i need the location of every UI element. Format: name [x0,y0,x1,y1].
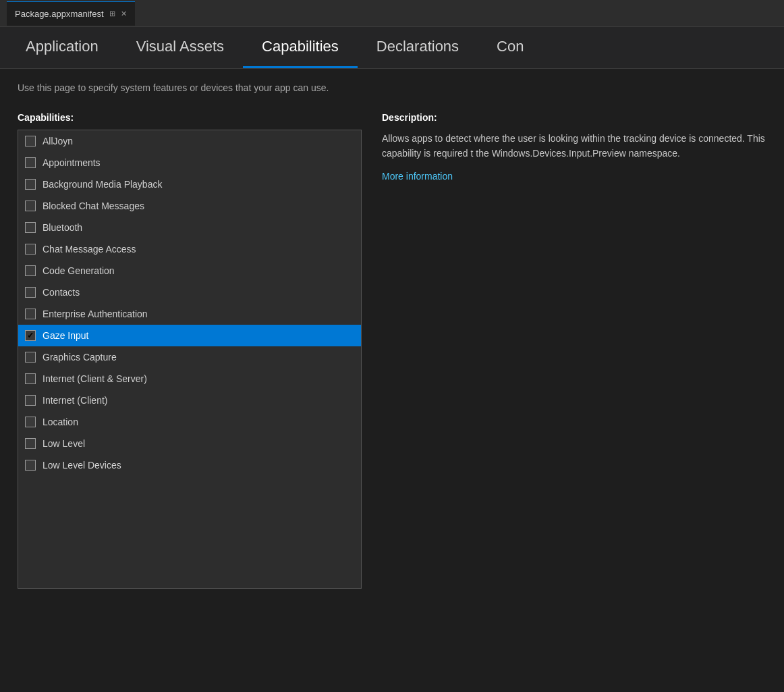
capability-label-code-generation: Code Generation [43,265,115,276]
close-icon[interactable]: ✕ [121,9,127,18]
capability-checkbox-gaze-input[interactable] [25,330,36,341]
capability-label-location: Location [43,417,78,427]
capabilities-title: Capabilities: [18,112,362,123]
capability-label-chat-message-access: Chat Message Access [43,244,136,255]
capabilities-list[interactable]: AllJoynAppointmentsBackground Media Play… [18,130,361,588]
capability-item-low-level-devices[interactable]: Low Level Devices [18,454,361,476]
capability-checkbox-chat-message-access[interactable] [25,244,36,255]
tab-declarations[interactable]: Declarations [358,27,478,68]
capability-checkbox-code-generation[interactable] [25,265,36,276]
pin-icon[interactable]: ⊞ [109,9,115,18]
left-column: Capabilities: AllJoynAppointmentsBackgro… [18,112,362,589]
capability-label-background-media-playback: Background Media Playback [43,179,162,190]
tab-visual-assets[interactable]: Visual Assets [117,27,243,68]
capability-checkbox-background-media-playback[interactable] [25,179,36,190]
capability-checkbox-graphics-capture[interactable] [25,352,36,363]
capability-label-alljoyn: AllJoyn [43,136,73,147]
tab-application[interactable]: Application [7,27,117,68]
capability-checkbox-low-level-devices[interactable] [25,460,36,471]
right-column: Description: Allows apps to detect where… [382,112,766,182]
capability-item-gaze-input[interactable]: Gaze Input [18,325,361,346]
capability-label-appointments: Appointments [43,157,101,168]
capability-checkbox-alljoyn[interactable] [25,136,36,147]
capability-item-enterprise-authentication[interactable]: Enterprise Authentication [18,303,361,325]
tab-con[interactable]: Con [478,27,542,68]
page-content: Use this page to specify system features… [0,69,784,602]
title-bar-tab[interactable]: Package.appxmanifest ⊞ ✕ [7,1,135,26]
description-text: Allows apps to detect where the user is … [382,131,766,161]
capability-item-bluetooth[interactable]: Bluetooth [18,217,361,238]
title-bar: Package.appxmanifest ⊞ ✕ [0,0,784,27]
capability-item-alljoyn[interactable]: AllJoyn [18,130,361,152]
capability-item-appointments[interactable]: Appointments [18,152,361,174]
capability-label-internet-client: Internet (Client) [43,395,107,406]
tab-filename: Package.appxmanifest [15,9,104,19]
page-description: Use this page to specify system features… [18,82,766,93]
capability-checkbox-contacts[interactable] [25,287,36,298]
capability-label-bluetooth: Bluetooth [43,222,82,233]
capability-label-graphics-capture: Graphics Capture [43,352,117,363]
capability-checkbox-low-level[interactable] [25,438,36,449]
capability-label-gaze-input: Gaze Input [43,330,89,341]
tab-capabilities[interactable]: Capabilities [243,27,358,68]
capability-checkbox-appointments[interactable] [25,157,36,168]
capability-item-graphics-capture[interactable]: Graphics Capture [18,346,361,368]
capability-label-low-level-devices: Low Level Devices [43,460,121,471]
capability-checkbox-location[interactable] [25,417,36,427]
capability-item-location[interactable]: Location [18,411,361,433]
capability-label-enterprise-authentication: Enterprise Authentication [43,309,148,319]
capability-item-internet-client[interactable]: Internet (Client) [18,390,361,411]
capability-item-contacts[interactable]: Contacts [18,282,361,303]
capability-checkbox-internet-client[interactable] [25,395,36,406]
capability-label-low-level: Low Level [43,438,85,449]
capability-item-chat-message-access[interactable]: Chat Message Access [18,238,361,260]
capability-item-background-media-playback[interactable]: Background Media Playback [18,174,361,195]
capabilities-list-wrapper: AllJoynAppointmentsBackground Media Play… [18,130,362,589]
capability-item-blocked-chat-messages[interactable]: Blocked Chat Messages [18,195,361,217]
capability-item-low-level[interactable]: Low Level [18,433,361,454]
nav-tabs: Application Visual Assets Capabilities D… [0,27,784,69]
two-column-layout: Capabilities: AllJoynAppointmentsBackgro… [18,112,766,589]
capability-checkbox-blocked-chat-messages[interactable] [25,201,36,211]
capability-item-code-generation[interactable]: Code Generation [18,260,361,282]
description-title: Description: [382,112,766,123]
capability-checkbox-internet-client-server[interactable] [25,373,36,384]
capability-item-internet-client-server[interactable]: Internet (Client & Server) [18,368,361,390]
capability-label-internet-client-server: Internet (Client & Server) [43,373,147,384]
capability-checkbox-enterprise-authentication[interactable] [25,309,36,319]
capability-label-contacts: Contacts [43,287,80,298]
capability-checkbox-bluetooth[interactable] [25,222,36,233]
more-info-link[interactable]: More information [382,171,453,182]
capability-label-blocked-chat-messages: Blocked Chat Messages [43,201,144,211]
